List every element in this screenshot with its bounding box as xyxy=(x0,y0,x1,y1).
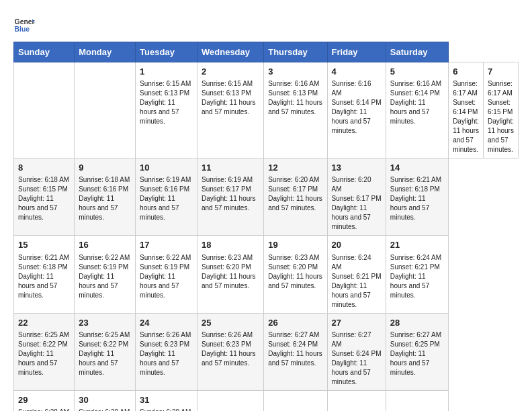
calendar-cell-day-29: 29Sunrise: 6:28 AMSunset: 6:25 PMDayligh… xyxy=(14,390,75,411)
sunrise-label: Sunrise: 6:23 AM xyxy=(268,254,319,261)
daylight-label: Daylight: 11 hours and 57 minutes. xyxy=(268,99,322,116)
calendar-cell-day-8: 8Sunrise: 6:18 AMSunset: 6:15 PMDaylight… xyxy=(14,158,75,236)
sunrise-label: Sunrise: 6:18 AM xyxy=(18,176,69,183)
sunrise-label: Sunrise: 6:24 AM xyxy=(390,254,441,261)
calendar-cell-day-13: 13Sunrise: 6:20 AMSunset: 6:17 PMDayligh… xyxy=(327,158,386,236)
calendar-cell-day-4: 4Sunrise: 6:16 AMSunset: 6:14 PMDaylight… xyxy=(327,62,386,158)
day-number: 3 xyxy=(268,66,322,78)
sunrise-label: Sunrise: 6:16 AM xyxy=(268,80,319,87)
empty-cell xyxy=(197,390,264,411)
column-header-thursday: Thursday xyxy=(264,42,327,62)
day-number: 9 xyxy=(79,162,131,174)
calendar-cell-day-24: 24Sunrise: 6:26 AMSunset: 6:23 PMDayligh… xyxy=(136,313,197,390)
day-number: 12 xyxy=(268,162,322,174)
day-number: 18 xyxy=(202,239,259,251)
daylight-label: Daylight: 11 hours and 57 minutes. xyxy=(140,99,179,125)
sunrise-label: Sunrise: 6:24 AM xyxy=(332,254,371,271)
calendar-body: 1Sunrise: 6:15 AMSunset: 6:13 PMDaylight… xyxy=(14,62,519,412)
sunset-label: Sunset: 6:15 PM xyxy=(18,185,68,193)
day-number: 28 xyxy=(390,317,444,329)
day-number: 1 xyxy=(140,66,193,78)
sunset-label: Sunset: 6:20 PM xyxy=(268,263,318,271)
day-number: 5 xyxy=(390,66,444,78)
day-number: 8 xyxy=(18,162,70,174)
calendar-cell-day-21: 21Sunrise: 6:24 AMSunset: 6:21 PMDayligh… xyxy=(386,236,448,313)
column-header-wednesday: Wednesday xyxy=(197,42,264,62)
sunrise-label: Sunrise: 6:25 AM xyxy=(79,331,130,338)
calendar-cell-day-2: 2Sunrise: 6:15 AMSunset: 6:13 PMDaylight… xyxy=(197,62,264,158)
calendar-cell-day-7: 7Sunrise: 6:17 AMSunset: 6:15 PMDaylight… xyxy=(484,62,519,158)
daylight-label: Daylight: 11 hours and 57 minutes. xyxy=(18,195,57,221)
sunrise-label: Sunrise: 6:22 AM xyxy=(140,254,191,261)
sunset-label: Sunset: 6:25 PM xyxy=(390,340,440,348)
day-number: 23 xyxy=(79,317,131,329)
svg-text:Blue: Blue xyxy=(15,26,30,33)
empty-cell xyxy=(386,390,448,411)
column-header-friday: Friday xyxy=(327,42,386,62)
sunset-label: Sunset: 6:19 PM xyxy=(79,263,128,271)
sunrise-label: Sunrise: 6:21 AM xyxy=(390,176,441,183)
day-number: 25 xyxy=(202,317,259,329)
daylight-label: Daylight: 11 hours and 57 minutes. xyxy=(332,282,371,308)
calendar-cell-day-25: 25Sunrise: 6:26 AMSunset: 6:23 PMDayligh… xyxy=(197,313,264,390)
calendar-cell-day-6: 6Sunrise: 6:17 AMSunset: 6:14 PMDaylight… xyxy=(449,62,484,158)
daylight-label: Daylight: 11 hours and 57 minutes. xyxy=(202,195,256,212)
calendar-cell-day-22: 22Sunrise: 6:25 AMSunset: 6:22 PMDayligh… xyxy=(14,313,75,390)
sunset-label: Sunset: 6:18 PM xyxy=(390,185,440,193)
calendar-table: SundayMondayTuesdayWednesdayThursdayFrid… xyxy=(13,42,519,411)
daylight-label: Daylight: 11 hours and 57 minutes. xyxy=(140,195,179,221)
daylight-label: Daylight: 11 hours and 57 minutes. xyxy=(488,118,514,153)
sunset-label: Sunset: 6:22 PM xyxy=(79,340,128,348)
sunrise-label: Sunrise: 6:19 AM xyxy=(202,176,253,183)
daylight-label: Daylight: 11 hours and 57 minutes. xyxy=(332,204,371,230)
calendar-cell-day-10: 10Sunrise: 6:19 AMSunset: 6:16 PMDayligh… xyxy=(136,158,197,236)
column-header-tuesday: Tuesday xyxy=(136,42,197,62)
day-number: 6 xyxy=(453,66,479,78)
day-number: 14 xyxy=(390,162,444,174)
daylight-label: Daylight: 11 hours and 57 minutes. xyxy=(390,99,429,125)
calendar-cell-day-14: 14Sunrise: 6:21 AMSunset: 6:18 PMDayligh… xyxy=(386,158,448,236)
sunset-label: Sunset: 6:21 PM xyxy=(390,263,440,271)
calendar-cell-day-19: 19Sunrise: 6:23 AMSunset: 6:20 PMDayligh… xyxy=(264,236,327,313)
empty-cell xyxy=(264,390,327,411)
column-header-monday: Monday xyxy=(75,42,136,62)
daylight-label: Daylight: 11 hours and 57 minutes. xyxy=(140,350,179,376)
calendar-header-row: SundayMondayTuesdayWednesdayThursdayFrid… xyxy=(14,42,519,62)
sunrise-label: Sunrise: 6:23 AM xyxy=(202,254,253,261)
daylight-label: Daylight: 11 hours and 57 minutes. xyxy=(202,273,256,289)
sunrise-label: Sunrise: 6:17 AM xyxy=(488,80,513,97)
day-number: 27 xyxy=(332,317,382,329)
sunset-label: Sunset: 6:14 PM xyxy=(332,99,382,106)
day-number: 2 xyxy=(202,66,259,78)
sunrise-label: Sunrise: 6:25 AM xyxy=(18,331,69,338)
sunrise-label: Sunrise: 6:27 AM xyxy=(268,331,319,338)
calendar-cell-day-18: 18Sunrise: 6:23 AMSunset: 6:20 PMDayligh… xyxy=(197,236,264,313)
sunset-label: Sunset: 6:14 PM xyxy=(390,89,440,97)
day-number: 10 xyxy=(140,162,193,174)
day-number: 19 xyxy=(268,239,322,251)
daylight-label: Daylight: 11 hours and 57 minutes. xyxy=(332,359,371,385)
calendar-cell-day-3: 3Sunrise: 6:16 AMSunset: 6:13 PMDaylight… xyxy=(264,62,327,158)
day-number: 4 xyxy=(332,66,382,78)
calendar-cell-day-23: 23Sunrise: 6:25 AMSunset: 6:22 PMDayligh… xyxy=(75,313,136,390)
day-number: 20 xyxy=(332,239,382,251)
calendar-cell-day-16: 16Sunrise: 6:22 AMSunset: 6:19 PMDayligh… xyxy=(75,236,136,313)
daylight-label: Daylight: 11 hours and 57 minutes. xyxy=(268,350,322,367)
day-number: 22 xyxy=(18,317,70,329)
calendar-cell-day-1: 1Sunrise: 6:15 AMSunset: 6:13 PMDaylight… xyxy=(136,62,197,158)
day-number: 11 xyxy=(202,162,259,174)
daylight-label: Daylight: 11 hours and 57 minutes. xyxy=(202,99,256,116)
daylight-label: Daylight: 11 hours and 57 minutes. xyxy=(390,273,429,299)
calendar-cell-day-28: 28Sunrise: 6:27 AMSunset: 6:25 PMDayligh… xyxy=(386,313,448,390)
daylight-label: Daylight: 11 hours and 57 minutes. xyxy=(79,350,118,376)
daylight-label: Daylight: 11 hours and 57 minutes. xyxy=(268,195,322,212)
daylight-label: Daylight: 11 hours and 57 minutes. xyxy=(140,273,179,299)
sunrise-label: Sunrise: 6:26 AM xyxy=(140,331,191,338)
sunset-label: Sunset: 6:18 PM xyxy=(18,263,68,271)
calendar-cell-day-5: 5Sunrise: 6:16 AMSunset: 6:14 PMDaylight… xyxy=(386,62,448,158)
sunrise-label: Sunrise: 6:22 AM xyxy=(79,254,130,261)
day-number: 26 xyxy=(268,317,322,329)
sunrise-label: Sunrise: 6:28 AM xyxy=(79,408,130,411)
sunrise-label: Sunrise: 6:20 AM xyxy=(268,176,319,183)
day-number: 17 xyxy=(140,239,193,251)
